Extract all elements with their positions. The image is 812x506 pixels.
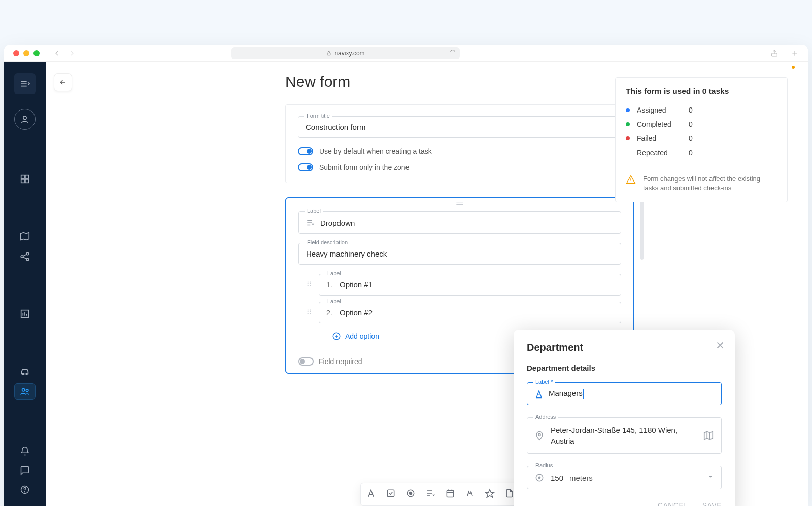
tool-date-icon[interactable] (445, 488, 455, 500)
svg-marker-39 (704, 432, 713, 440)
svg-point-19 (310, 281, 311, 282)
window-zoom-icon[interactable] (33, 50, 40, 56)
toggle-required[interactable] (298, 357, 314, 366)
sidebar-item-user[interactable] (14, 109, 36, 130)
svg-point-25 (310, 309, 311, 310)
sidebar-item-fleet[interactable] (14, 363, 36, 379)
open-map-icon[interactable] (703, 430, 714, 441)
dropdown-type-icon (306, 218, 315, 227)
svg-point-18 (308, 281, 309, 282)
option-row-1[interactable]: Label 1. Option #1 (306, 274, 621, 296)
field-label-input[interactable]: Label Dropdown (298, 211, 621, 234)
svg-point-15 (26, 389, 28, 392)
browser-forward-icon[interactable] (68, 49, 76, 57)
svg-marker-35 (485, 490, 494, 498)
stat-completed: Completed0 (626, 117, 777, 131)
sidebar-item-reports[interactable] (14, 303, 36, 324)
option-row-2[interactable]: Label 2. Option #2 (306, 302, 621, 323)
svg-rect-5 (21, 179, 24, 183)
new-tab-icon[interactable] (791, 49, 799, 57)
browser-chrome: navixy.com (4, 45, 808, 62)
browser-nav (53, 49, 76, 57)
field-description-input[interactable]: Field description Heavy machinery check (298, 243, 621, 265)
text-field-icon (534, 389, 544, 399)
url-text: navixy.com (334, 50, 364, 57)
svg-rect-0 (328, 53, 331, 55)
modal-section-title: Department details (527, 364, 722, 372)
department-radius-input[interactable]: Radius 150 meters (527, 466, 722, 489)
svg-point-28 (308, 313, 309, 314)
department-modal: Department Department details Label * Ma… (514, 330, 735, 506)
field-drag-handle[interactable] (286, 198, 633, 209)
stat-repeated: Repeated0 (626, 146, 777, 160)
tool-text-icon[interactable] (366, 488, 376, 500)
sidebar-item-notifications[interactable] (20, 446, 30, 458)
sidebar-toggle[interactable] (14, 73, 36, 94)
form-usage-panel: This form is used in 0 tasks Assigned0 C… (615, 77, 788, 202)
svg-rect-6 (25, 179, 28, 183)
department-address-input[interactable]: Address Peter-Jordan-Straße 145, 1180 Wi… (527, 417, 722, 454)
sidebar-item-help[interactable] (20, 485, 30, 497)
toggle-default-row[interactable]: Use by default when creating a task (298, 147, 622, 155)
app-shell: New form Form title Construction form Us… (4, 62, 808, 506)
radius-icon (534, 473, 545, 483)
sidebar-item-share[interactable] (14, 248, 36, 265)
page-title: New form (285, 73, 634, 90)
toggle-zone[interactable] (298, 163, 313, 171)
department-label-input[interactable]: Label * Managers (527, 382, 722, 405)
tool-rating-icon[interactable] (485, 488, 495, 500)
window-minimize-icon[interactable] (23, 50, 29, 56)
back-button[interactable] (54, 73, 72, 91)
save-button[interactable]: SAVE (702, 501, 722, 506)
option-2-input[interactable]: Label 2. Option #2 (319, 302, 621, 323)
modal-actions: CANCEL SAVE (527, 501, 722, 506)
stat-assigned: Assigned0 (626, 103, 777, 117)
toggle-default[interactable] (298, 147, 313, 155)
modal-title: Department (527, 342, 722, 353)
svg-point-21 (310, 283, 311, 284)
usage-heading: This form is used in 0 tasks (626, 87, 777, 96)
cancel-button[interactable]: CANCEL (658, 501, 688, 506)
svg-point-33 (409, 492, 412, 495)
form-builder: New form Form title Construction form Us… (285, 73, 634, 374)
drag-grip-icon[interactable] (306, 279, 313, 291)
svg-point-20 (308, 283, 309, 284)
tool-file-icon[interactable] (504, 488, 515, 500)
notification-dot (792, 66, 795, 69)
tool-checkbox-icon[interactable] (386, 488, 396, 500)
svg-point-29 (310, 313, 311, 314)
browser-window: navixy.com (4, 45, 808, 506)
option-1-input[interactable]: Label 1. Option #1 (319, 274, 621, 296)
usage-warning: Form changes will not affect the existin… (626, 174, 777, 193)
tool-signature-icon[interactable] (465, 488, 475, 500)
window-close-icon[interactable] (13, 50, 19, 56)
svg-rect-31 (387, 490, 394, 496)
drag-grip-icon[interactable] (306, 307, 313, 318)
tool-radio-icon[interactable] (405, 488, 416, 500)
modal-close-button[interactable] (715, 340, 726, 351)
lock-icon (326, 51, 331, 56)
sidebar-item-map[interactable] (14, 228, 36, 244)
sidebar-item-staff[interactable] (14, 383, 36, 400)
svg-point-38 (538, 433, 540, 436)
svg-point-27 (310, 311, 311, 312)
traffic-lights[interactable] (13, 50, 40, 56)
share-icon[interactable] (770, 49, 779, 57)
svg-point-24 (308, 309, 309, 310)
radius-dropdown-arrow[interactable] (707, 473, 714, 482)
form-title-input[interactable]: Form title Construction form (298, 116, 622, 138)
svg-point-17 (25, 492, 25, 492)
svg-point-2 (23, 116, 26, 119)
toggle-zone-row[interactable]: Submit form only in the zone (298, 163, 622, 171)
stat-failed: Failed0 (626, 131, 777, 146)
browser-back-icon[interactable] (53, 49, 61, 57)
svg-marker-7 (21, 233, 29, 240)
sidebar-item-dashboard[interactable] (14, 168, 36, 190)
form-settings-card: Form title Construction form Use by defa… (285, 104, 634, 183)
tool-dropdown-icon[interactable] (425, 488, 435, 500)
sidebar-item-chat[interactable] (20, 465, 30, 478)
browser-url-bar[interactable]: navixy.com (231, 47, 460, 59)
svg-rect-3 (21, 175, 24, 178)
refresh-icon[interactable] (450, 49, 456, 57)
map-pin-icon (534, 430, 545, 441)
